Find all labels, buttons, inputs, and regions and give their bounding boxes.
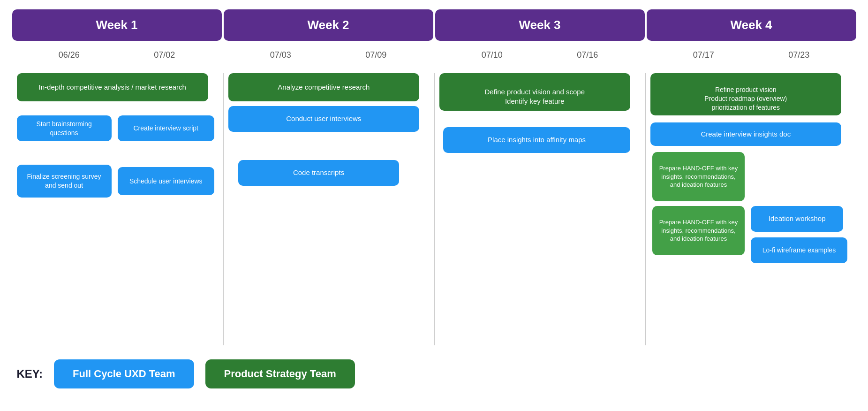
week2-date2: 07/09 (365, 50, 386, 60)
task-conduct-interviews: Conduct user interviews (228, 106, 420, 132)
week3-date1: 07/10 (482, 50, 503, 60)
week1-tasks: In-depth competitive analysis / market r… (17, 73, 219, 327)
task-competitive-analysis: In-depth competitive analysis / market r… (17, 73, 209, 101)
task-schedule-interviews: Schedule user interviews (118, 167, 214, 195)
week1-date1: 06/26 (59, 50, 80, 60)
task-product-vision: Define product vision and scope Identify… (439, 73, 631, 111)
key-label: KEY: (17, 367, 43, 381)
week-headers: Week 1 Week 2 Week 3 Week 4 (12, 9, 856, 41)
gantt-body: In-depth competitive analysis / market r… (12, 73, 856, 345)
key-product-team: Product Strategy Team (205, 359, 355, 388)
task-analyze-research: Analyze competitive research (228, 73, 420, 101)
task-interview-script: Create interview script (118, 115, 214, 141)
task-ideation-workshop: Ideation workshop (751, 206, 843, 232)
week4-tasks: Refine product vision Product roadmap (o… (650, 73, 852, 327)
week1-column: In-depth competitive analysis / market r… (12, 73, 223, 345)
week2-header: Week 2 (224, 9, 433, 41)
task-handoff-2: Prepare HAND-OFF with key insights, reco… (652, 206, 745, 255)
week1-header: Week 1 (12, 9, 222, 41)
task-refine-vision: Refine product vision Product roadmap (o… (650, 73, 842, 115)
week3-date2: 07/16 (577, 50, 598, 60)
task-screening-survey: Finalize screening survey and send out (17, 165, 112, 198)
task-code-transcripts: Code transcripts (238, 160, 399, 186)
week3-header: Week 3 (435, 9, 645, 41)
week1-date2: 07/02 (154, 50, 175, 60)
week2-tasks: Analyze competitive research Conduct use… (228, 73, 430, 327)
gantt-container: Week 1 Week 2 Week 3 Week 4 06/26 07/02 … (12, 9, 856, 388)
week4-column: Refine product vision Product roadmap (o… (645, 73, 856, 345)
dates-row: 06/26 07/02 07/03 07/09 07/10 07/16 07/1… (12, 46, 856, 64)
week4-dates: 07/17 07/23 (647, 46, 856, 64)
week3-dates: 07/10 07/16 (435, 46, 645, 64)
week2-column: Analyze competitive research Conduct use… (223, 73, 434, 345)
task-insights-doc: Create interview insights doc (650, 122, 842, 146)
key-uxd-team: Full Cycle UXD Team (54, 359, 194, 388)
week2-dates: 07/03 07/09 (224, 46, 433, 64)
key-section: KEY: Full Cycle UXD Team Product Strateg… (12, 359, 856, 388)
week3-column: Define product vision and scope Identify… (434, 73, 645, 345)
task-affinity-maps: Place insights into affinity maps (443, 127, 630, 153)
week3-tasks: Define product vision and scope Identify… (439, 73, 641, 327)
task-lofi-wireframe: Lo-fi wireframe examples (751, 237, 847, 263)
task-brainstorm: Start brainstorming questions (17, 115, 112, 141)
week4-date1: 07/17 (693, 50, 714, 60)
week1-dates: 06/26 07/02 (12, 46, 222, 64)
task-handoff-1: Prepare HAND-OFF with key insights, reco… (652, 152, 745, 201)
week2-date1: 07/03 (270, 50, 291, 60)
week4-date2: 07/23 (788, 50, 809, 60)
week4-header: Week 4 (647, 9, 856, 41)
